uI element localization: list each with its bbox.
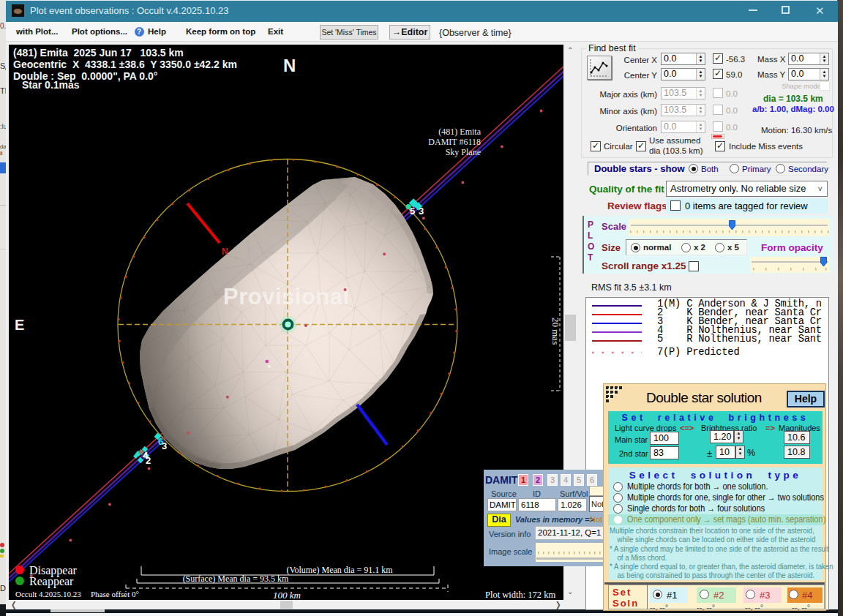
svg-text:Sky Plane: Sky Plane [446,147,481,157]
svg-text:20 mas: 20 mas [550,318,561,345]
svg-text:100 km: 100 km [273,590,301,600]
svg-text:5: 5 [410,206,415,217]
svg-text:DAMIT #6118: DAMIT #6118 [428,137,481,147]
svg-text:Phase offset 0°: Phase offset 0° [91,590,139,598]
svg-text:N: N [283,56,296,75]
svg-text:(481) Emita: (481) Emita [438,127,481,137]
svg-text:Plot width: 172 km: Plot width: 172 km [485,590,555,600]
svg-text:E: E [15,317,24,333]
svg-text:N: N [222,247,228,257]
svg-text:(481) Emita 2025 Jun 17 103: (481) Emita 2025 Jun 17 103.5 km [13,47,184,59]
svg-text:Geocentric X 4338.1 ±38.6 Y: Geocentric X 4338.1 ±38.6 Y 3350.0 ±42.2… [13,59,237,70]
svg-text:(Volume) Mean dia = 91.1 km: (Volume) Mean dia = 91.1 km [286,565,393,575]
svg-text:Star 0.1mas: Star 0.1mas [22,79,80,91]
svg-text:(Surface) Mean dia = 93.5 km: (Surface) Mean dia = 93.5 km [183,574,289,584]
svg-text:2: 2 [146,455,151,466]
svg-text:3: 3 [419,206,424,217]
svg-text:Reappear: Reappear [29,575,74,588]
svg-text:3: 3 [162,440,167,451]
svg-text:Provisional: Provisional [223,284,350,309]
svg-text:Occult 4.2025.10.23: Occult 4.2025.10.23 [15,590,81,598]
